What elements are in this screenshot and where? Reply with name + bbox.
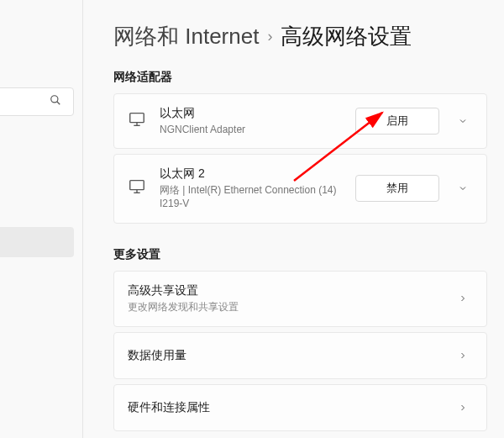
section-adapters-title: 网络适配器 (113, 70, 487, 85)
chevron-down-icon[interactable] (453, 116, 473, 126)
svg-point-0 (51, 96, 58, 103)
svg-line-1 (57, 102, 60, 105)
breadcrumb-parent[interactable]: 网络和 Internet (113, 22, 259, 51)
link-hardware-properties[interactable]: 硬件和连接属性 (113, 384, 487, 431)
link-title: 高级共享设置 (128, 283, 453, 298)
link-advanced-sharing[interactable]: 高级共享设置 更改网络发现和共享设置 (113, 271, 487, 327)
monitor-icon (128, 110, 146, 132)
chevron-right-icon: › (267, 28, 272, 45)
adapter-description: 网络 | Intel(R) Ethernet Connection (14) I… (160, 183, 342, 210)
svg-rect-5 (130, 181, 144, 190)
link-title: 硬件和连接属性 (128, 400, 453, 415)
search-icon (50, 94, 61, 109)
breadcrumb-current: 高级网络设置 (281, 22, 412, 51)
link-subtitle: 更改网络发现和共享设置 (128, 300, 453, 314)
adapter-info: 以太网 NGNClient Adapter (160, 106, 342, 136)
adapter-description: NGNClient Adapter (160, 123, 342, 136)
chevron-right-icon (453, 351, 473, 361)
svg-rect-2 (130, 113, 144, 123)
link-data-usage[interactable]: 数据使用量 (113, 332, 487, 379)
chevron-down-icon[interactable] (453, 183, 473, 193)
main-content: 网络和 Internet › 高级网络设置 网络适配器 以太网 NGNClien… (83, 0, 504, 438)
enable-button[interactable]: 启用 (355, 108, 439, 135)
search-input[interactable] (0, 87, 74, 116)
sidebar-item[interactable] (0, 161, 74, 191)
adapter-info: 以太网 2 网络 | Intel(R) Ethernet Connection … (160, 166, 342, 210)
chevron-right-icon (453, 403, 473, 413)
sidebar (0, 0, 82, 438)
adapter-name: 以太网 2 (160, 166, 342, 182)
sidebar-item-active[interactable] (0, 227, 74, 257)
adapter-card-ethernet2[interactable]: 以太网 2 网络 | Intel(R) Ethernet Connection … (113, 154, 487, 223)
disable-button[interactable]: 禁用 (355, 175, 439, 202)
adapter-name: 以太网 (160, 106, 342, 121)
monitor-icon (128, 177, 146, 199)
adapter-card-ethernet[interactable]: 以太网 NGNClient Adapter 启用 (113, 93, 487, 149)
link-title: 数据使用量 (128, 348, 453, 363)
chevron-right-icon (453, 293, 473, 303)
section-more-title: 更多设置 (113, 247, 487, 262)
breadcrumb: 网络和 Internet › 高级网络设置 (113, 22, 487, 51)
